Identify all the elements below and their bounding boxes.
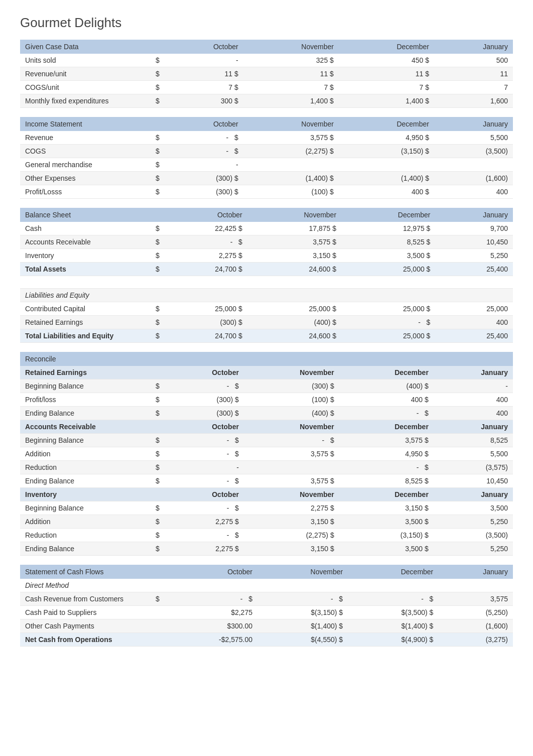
dec-val: 8,525 $ [341,235,435,249]
table-row: Ending Balance $ - $ 3,575 $ 8,525 $ 10,… [20,474,513,488]
currency-symbol: $ [151,407,165,420]
currency-symbol: $ [151,54,165,67]
currency-symbol: $ [151,592,165,606]
col-header-oct: October [165,565,257,579]
col-header-nov: November [243,40,339,54]
jan-val: 5,500 [434,447,513,461]
currency-symbol: $ [151,263,165,276]
oct-val: $300.00 [165,619,257,633]
row-label: Contributed Capital [20,302,151,316]
dec-val: $(3,500) $ [348,606,438,619]
row-label: Revenue [20,131,151,145]
row-label: Monthly fixed expenditures [20,94,151,108]
nov-val: 325 $ [243,54,339,67]
dec-val: 1,400 $ [339,94,434,108]
oct-val: (300) $ [165,393,244,407]
row-label: Cash [20,222,151,235]
jan-val: 11 [434,67,513,81]
row-label: Beginning Balance [20,434,151,447]
nov-val: 1,400 $ [243,94,339,108]
dec-val: 8,525 $ [339,474,434,488]
table-row: Accounts Receivable $ - $ 3,575 $ 8,525 … [20,235,513,249]
table-row: Monthly fixed expenditures $ 300 $ 1,400… [20,94,513,108]
jan-val: 400 [434,407,513,420]
oct-val: - $ [165,380,244,393]
col-header-nov [244,352,339,366]
currency-symbol: $ [151,501,165,515]
currency-symbol: $ [151,185,165,199]
nov-val: $(3,150) $ [257,606,348,619]
oct-val: - $ [165,145,243,158]
oct-val: $2,275 [165,606,257,619]
row-label: Reduction [20,529,151,542]
col-header-symbol [151,352,165,366]
dec-val: (1,400) $ [339,172,434,185]
nov-val: (300) $ [244,380,339,393]
dec-val: 3,150 $ [339,501,434,515]
oct-val: - [165,54,243,67]
row-label: Inventory [20,249,151,263]
dec-val: - $ [341,316,435,329]
dec-val: 400 $ [339,185,434,199]
row-label: Ending Balance [20,542,151,556]
oct-val: - $ [165,592,257,606]
oct-val: - [165,461,244,474]
row-label: Beginning Balance [20,380,151,393]
row-label: Other Cash Payments [20,619,151,633]
nov-val: (400) $ [247,316,341,329]
currency-symbol [151,606,165,619]
dec-val: $(1,400) $ [348,619,438,633]
net-cash-row: Net Cash from Operations -$2,575.00 $(4,… [20,633,513,647]
jan-val [434,158,513,172]
nov-val: (100) $ [244,393,339,407]
table-row: Other Expenses $ (300) $ (1,400) $ (1,40… [20,172,513,185]
dec-val [339,158,434,172]
table-row: Cash Paid to Suppliers $2,275 $(3,150) $… [20,606,513,619]
sub-section-label: Inventory [20,488,165,501]
row-label: Addition [20,447,151,461]
row-label: Direct Method [20,579,513,592]
jan-val: 500 [434,54,513,67]
income-statement-table: Income Statement October November Decemb… [20,117,513,199]
jan-val: 3,575 [438,592,513,606]
table-row: Beginning Balance $ - $ - $ 3,575 $ 8,52… [20,434,513,447]
table-row: COGS/unit $ 7 $ 7 $ 7 $ 7 [20,81,513,94]
jan-val: (1,600) [434,172,513,185]
jan-val: (3,500) [434,529,513,542]
dec-val: $(4,900) $ [348,633,438,647]
table-row: Profit/Losss $ (300) $ (100) $ 400 $ 400 [20,185,513,199]
given-case-data-table: Given Case Data October November Decembe… [20,40,513,108]
currency-symbol: $ [151,393,165,407]
balance-sheet-section: Balance Sheet October November December … [20,208,513,343]
row-label: Reduction [20,461,151,474]
jan-val: 5,500 [434,131,513,145]
col-header-jan: January [438,565,513,579]
nov-val: 2,275 $ [244,501,339,515]
dec-val: 400 $ [339,393,434,407]
currency-symbol: $ [151,474,165,488]
row-label: Accounts Receivable [20,235,151,249]
nov-val: 3,575 $ [247,235,341,249]
jan-val: 25,400 [435,263,513,276]
nov-val: 3,150 $ [247,249,341,263]
currency-symbol: $ [151,94,165,108]
row-label: Cash Revenue from Customers [20,592,151,606]
dec-val: 25,000 $ [341,302,435,316]
oct-val: - $ [165,235,247,249]
jan-val: 7 [434,81,513,94]
col-nov: November [244,488,339,501]
jan-val: (3,500) [434,145,513,158]
jan-val: 5,250 [434,542,513,556]
currency-symbol [151,633,165,647]
row-label: Ending Balance [20,407,151,420]
dec-val: - $ [339,461,434,474]
col-header-dec: December [339,117,434,131]
nov-val: 7 $ [243,81,339,94]
currency-symbol: $ [151,515,165,529]
oct-val: 22,425 $ [165,222,247,235]
nov-val: (100) $ [243,185,339,199]
jan-val: 5,250 [434,515,513,529]
row-label: COGS/unit [20,81,151,94]
col-header-oct: October [165,208,247,222]
col-oct: October [165,488,244,501]
